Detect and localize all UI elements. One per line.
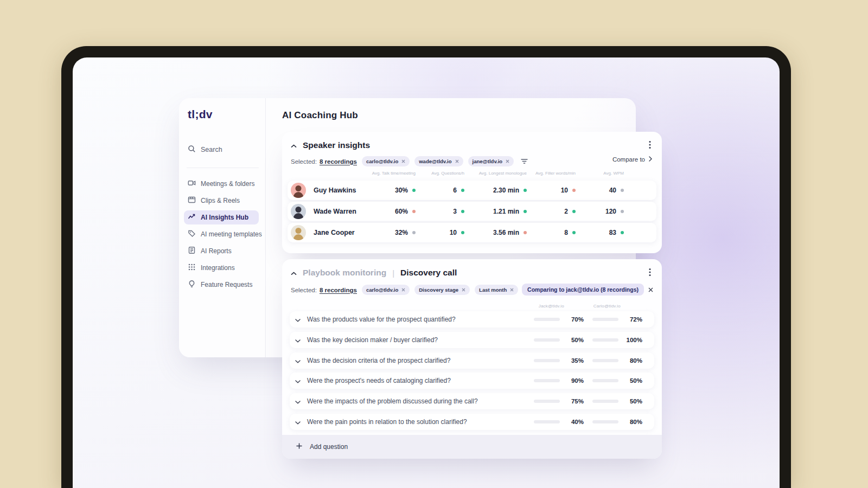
close-icon[interactable] (648, 285, 653, 294)
sidebar-item-integrations[interactable]: Integrations (184, 261, 259, 275)
chevron-down-icon[interactable] (295, 396, 301, 406)
sidebar-nav: Meetings & folders Clips & Reels AI Insi… (188, 177, 259, 292)
progress-pct-carlo: 100% (618, 337, 642, 343)
video-camera-icon (188, 179, 196, 189)
close-icon[interactable] (401, 287, 405, 293)
chevron-down-icon[interactable] (295, 376, 301, 386)
table-row[interactable]: Guy Hawkins 30% 6 2.30 min 10 40 (288, 181, 656, 200)
progress-pct-jack: 75% (560, 398, 584, 404)
column-header: Avg. Questions/h (416, 171, 464, 176)
close-icon[interactable] (506, 158, 509, 164)
collapse-chevron-up-icon[interactable] (291, 268, 297, 278)
question-text: Were the impacts of the problem discusse… (307, 397, 478, 405)
metric-value: 10 (450, 229, 457, 236)
sidebar-item-ai-meeting-templates[interactable]: AI meeting templates (184, 227, 259, 241)
question-row[interactable]: Were the pain points in relation to the … (290, 414, 654, 430)
progress-bar-jack (534, 420, 560, 423)
metric-value: 6 (453, 187, 457, 194)
filter-chip-carlo[interactable]: carlo@tldv.io (362, 285, 410, 295)
progress-bar-jack (534, 338, 560, 342)
progress-pct-carlo: 72% (618, 316, 642, 323)
progress-bar-carlo (592, 400, 618, 403)
grid-dots-icon (188, 263, 196, 273)
close-icon[interactable] (401, 158, 405, 164)
metric-value: 3 (453, 208, 457, 215)
question-row[interactable]: Were the impacts of the problem discusse… (290, 393, 654, 409)
filter-chip-last-month[interactable]: Last month (475, 285, 518, 295)
kebab-menu-icon[interactable] (649, 268, 651, 279)
discovery-call-title: Discovery call (400, 268, 457, 278)
chip-label: wade@tldv.io (419, 158, 451, 164)
close-icon[interactable] (455, 158, 459, 164)
metric-value: 32% (395, 229, 408, 236)
status-dot (621, 231, 624, 234)
add-question-button[interactable]: Add question (282, 435, 662, 459)
progress-pct-carlo: 50% (618, 398, 642, 404)
close-icon[interactable] (510, 287, 514, 293)
question-row[interactable]: Was the decision criteria of the prospec… (290, 352, 654, 369)
compare-to-button[interactable]: Compare to (612, 156, 652, 163)
filter-chip-carlo[interactable]: carlo@tldv.io (362, 156, 410, 166)
filter-icon[interactable] (521, 157, 528, 166)
template-tag-icon (188, 229, 196, 239)
chip-label: Discovery stage (419, 287, 458, 293)
laptop-frame: tl;dv Search Meetings & folders (61, 46, 791, 488)
close-icon[interactable] (462, 287, 465, 293)
question-text: Was the key decision maker / buyer clari… (307, 336, 438, 344)
sidebar-item-clips-reels[interactable]: Clips & Reels (184, 194, 259, 208)
chevron-down-icon[interactable] (295, 314, 301, 324)
chip-label: jane@tldv.io (473, 158, 503, 164)
sidebar-item-feature-requests[interactable]: Feature Requests (184, 278, 259, 292)
comparing-to-pill[interactable]: Comparing to jack@tldv.io (8 recordings) (522, 284, 644, 296)
kebab-menu-icon[interactable] (649, 140, 651, 151)
metric-value: 2 (564, 208, 568, 215)
add-question-label: Add question (310, 443, 348, 451)
search-input[interactable]: Search (188, 145, 259, 155)
sidebar-item-meetings-folders[interactable]: Meetings & folders (184, 177, 259, 191)
selected-recordings-link[interactable]: 8 recordings (320, 158, 357, 165)
compare-to-label: Compare to (612, 156, 645, 163)
table-row[interactable]: Jane Cooper 32% 10 3.56 min 8 83 (288, 223, 656, 242)
filter-chip-wade[interactable]: wade@tldv.io (414, 156, 463, 166)
chevron-down-icon[interactable] (295, 335, 301, 345)
speaker-name: Wade Warren (314, 208, 356, 215)
progress-bar-carlo (592, 420, 618, 423)
sidebar: tl;dv Search Meetings & folders (179, 98, 266, 357)
sidebar-item-ai-insights-hub[interactable]: AI Insights Hub (184, 210, 259, 224)
progress-pct-carlo: 50% (618, 377, 642, 384)
column-header: Avg. Longest monologue (464, 171, 527, 176)
clapperboard-icon (188, 196, 196, 206)
progress-pct-jack: 70% (560, 316, 584, 323)
progress-pct-jack: 50% (560, 337, 584, 343)
chevron-down-icon[interactable] (295, 417, 301, 427)
chip-label: carlo@tldv.io (366, 158, 398, 164)
title-separator: | (392, 268, 394, 278)
chevron-down-icon[interactable] (295, 356, 301, 365)
report-doc-icon (188, 246, 196, 256)
metric-value: 30% (395, 187, 408, 194)
status-dot (621, 210, 624, 213)
playbook-monitoring-card: Playbook monitoring | Discovery call Sel… (282, 259, 662, 459)
sidebar-divider (187, 168, 259, 168)
sidebar-item-ai-reports[interactable]: AI Reports (184, 244, 259, 258)
filter-chip-jane[interactable]: jane@tldv.io (468, 156, 514, 166)
collapse-chevron-up-icon[interactable] (291, 140, 297, 150)
search-label: Search (201, 146, 222, 153)
metric-value: 83 (609, 229, 616, 236)
question-row[interactable]: Was the key decision maker / buyer clari… (290, 332, 654, 348)
speaker-insights-card: Speaker insights Selected: 8 recordings … (282, 132, 662, 253)
filter-chip-discovery-stage[interactable]: Discovery stage (414, 285, 470, 295)
column-header: Avg. Filler words/min (527, 171, 576, 176)
chip-label: carlo@tldv.io (366, 287, 398, 293)
avatar (291, 225, 306, 240)
selected-recordings-link[interactable]: 8 recordings (320, 287, 357, 293)
metric-value: 40 (609, 187, 616, 194)
question-row[interactable]: Was the products value for the prospect … (290, 311, 654, 328)
avatar (291, 204, 306, 219)
tldv-logo: tl;dv (188, 108, 259, 121)
sidebar-item-label: AI meeting templates (201, 230, 262, 238)
table-row[interactable]: Wade Warren 60% 3 1.21 min 2 120 (288, 202, 656, 221)
selected-label: Selected: (291, 158, 317, 165)
metric-value: 10 (561, 187, 568, 194)
question-row[interactable]: Were the prospect's needs of cataloging … (290, 373, 654, 389)
